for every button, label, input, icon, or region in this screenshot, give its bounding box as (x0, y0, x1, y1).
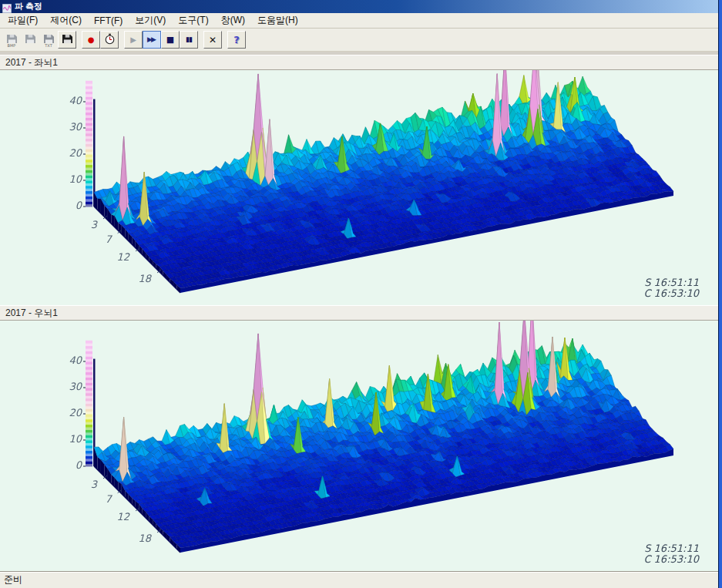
play-button[interactable]: ▶ (124, 31, 143, 49)
panel-left-brain: 2017 - 좌뇌1 S 16:51:11 C 16:53:10 (0, 55, 722, 305)
panel-left-brain-title: 2017 - 좌뇌1 (5, 56, 58, 69)
play-icon: ▶ (130, 36, 136, 44)
toolbar-separator (119, 31, 124, 49)
toolbar-separator (222, 31, 227, 49)
start-time-right: S 16:51:11 (643, 543, 699, 554)
fast-forward-icon: ▶▶ (147, 36, 156, 43)
titlebar[interactable]: 파 측정 (0, 0, 722, 13)
app-window: 파 측정 파일(F) 제어(C) FFT(F) 보기(V) 도구(T) 창(W)… (0, 0, 722, 588)
panel-right-brain: 2017 - 우뇌1 S 16:51:11 C 16:53:10 (0, 305, 722, 571)
panel-right-brain-header[interactable]: 2017 - 우뇌1 (0, 305, 722, 321)
timer-button[interactable] (100, 31, 119, 49)
menu-fft[interactable]: FFT(F) (88, 14, 129, 28)
current-time-left: C 16:53:10 (643, 288, 699, 299)
save-bmp-button[interactable]: BMP (2, 31, 21, 49)
start-time-left: S 16:51:11 (643, 277, 699, 288)
help-button[interactable]: ? (227, 31, 246, 49)
floppy-dark-icon (62, 34, 73, 46)
pause-button[interactable]: ▮▮ (180, 31, 198, 49)
panel-left-brain-header[interactable]: 2017 - 좌뇌1 (0, 55, 722, 70)
timer-icon (104, 33, 116, 47)
record-icon: ● (88, 36, 95, 44)
stop-icon: ■ (166, 35, 174, 44)
save-button[interactable] (21, 31, 39, 49)
window-right-border (718, 0, 722, 588)
save-bmp-label: BMP (3, 43, 20, 48)
time-stamps-right: S 16:51:11 C 16:53:10 (643, 543, 699, 565)
statusbar: 준비 (0, 571, 722, 588)
app-icon (2, 2, 12, 12)
stop-button[interactable]: ■ (161, 31, 180, 49)
help-icon: ? (233, 35, 240, 45)
toolbar: BMP TXT (0, 29, 722, 52)
menu-help[interactable]: 도움말(H) (251, 12, 304, 29)
toolbar-separator (76, 31, 82, 49)
panel-right-brain-body: S 16:51:11 C 16:53:10 (0, 321, 722, 571)
waterfall-chart-right-brain (0, 321, 717, 571)
save-data-button[interactable] (58, 31, 76, 49)
record-button[interactable]: ● (82, 31, 100, 49)
menu-view[interactable]: 보기(V) (129, 12, 172, 29)
menu-window[interactable]: 창(W) (215, 12, 251, 29)
current-time-right: C 16:53:10 (643, 554, 699, 565)
close-icon: ✕ (209, 35, 217, 45)
menu-file[interactable]: 파일(F) (2, 12, 44, 29)
menu-control[interactable]: 제어(C) (44, 12, 88, 29)
menubar: 파일(F) 제어(C) FFT(F) 보기(V) 도구(T) 창(W) 도움말(… (0, 13, 722, 29)
pause-icon: ▮▮ (186, 36, 192, 43)
waterfall-chart-left-brain (0, 70, 717, 305)
toolbar-separator (198, 31, 203, 49)
status-text: 준비 (4, 573, 22, 586)
window-title: 파 측정 (15, 1, 42, 12)
save-txt-label: TXT (40, 43, 57, 48)
save-txt-button[interactable]: TXT (39, 31, 58, 49)
floppy-icon (25, 34, 36, 46)
fast-forward-button[interactable]: ▶▶ (143, 31, 161, 49)
panel-right-brain-title: 2017 - 우뇌1 (5, 307, 58, 320)
menu-tools[interactable]: 도구(T) (172, 12, 214, 29)
panel-left-brain-body: S 16:51:11 C 16:53:10 (0, 70, 722, 305)
close-button[interactable]: ✕ (203, 31, 222, 49)
time-stamps-left: S 16:51:11 C 16:53:10 (643, 277, 699, 299)
